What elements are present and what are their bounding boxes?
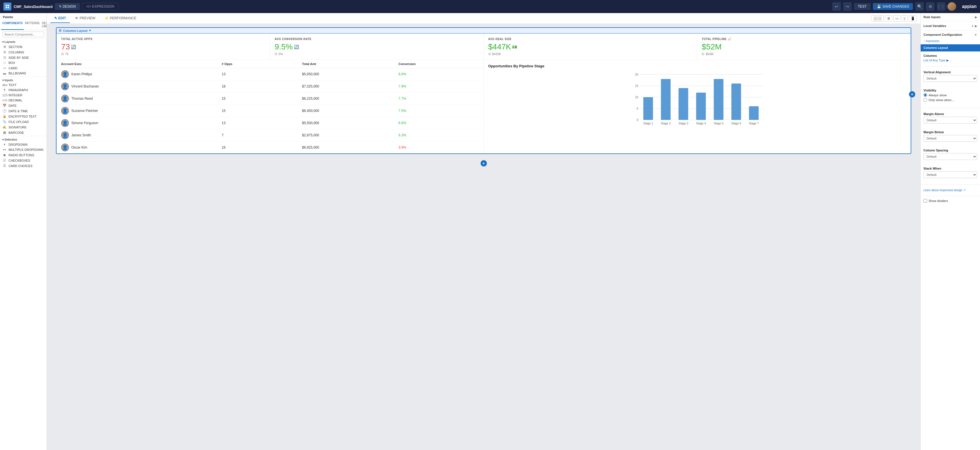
tab-expression[interactable]: </> EXPRESSION [82, 3, 119, 10]
tab-preview[interactable]: 👁 PREVIEW [71, 14, 99, 23]
tab-design-library[interactable]: DESIGN LIBRARY [41, 20, 47, 30]
preview-icon: 👁 [75, 16, 78, 20]
opps-value: 13 [222, 121, 302, 125]
paragraph-icon: ¶ [2, 88, 7, 92]
palette-item-billboard[interactable]: ▬BILLBOARD [0, 71, 46, 76]
prop-stack-when: Stack When Default [921, 164, 980, 183]
svg-text:Stage 5: Stage 5 [714, 122, 724, 125]
palette-item-signature[interactable]: ✍SIGNATURE [0, 124, 46, 130]
component-config-header[interactable]: Component Configuration ▼ [921, 31, 980, 39]
palette-item-encrypted-text[interactable]: 🔒ENCRYPTED TEXT [0, 114, 46, 119]
view-desktop-wide[interactable]: ⬜⬜ [871, 15, 884, 22]
column-spacing-select[interactable]: Default [923, 153, 977, 160]
btn-save-changes[interactable]: 💾 SAVE CHANGES [873, 3, 913, 10]
radio-always-show-input[interactable] [923, 93, 927, 97]
prop-vertical-alignment: Vertical Alignment Default [921, 68, 980, 86]
table-row: 👤 Suzanne Fletcher 15 $6,400,000 7.5% [57, 105, 484, 117]
exec-cell: 👤 Simone Ferguson [61, 119, 222, 127]
palette-item-radio-buttons[interactable]: ◉RADIO BUTTONS [0, 152, 46, 157]
radio-only-show-input[interactable] [923, 98, 927, 102]
save-icon: 💾 [877, 5, 881, 8]
breadcrumb: ↑ expression [921, 39, 980, 45]
add-column-right-btn[interactable]: + [909, 91, 915, 97]
palette-item-barcode[interactable]: ▦BARCODE [0, 130, 46, 135]
palette-item-card-choices[interactable]: ☰CARD CHOICES [0, 163, 46, 169]
tab-edit[interactable]: ✎ EDIT [50, 14, 70, 23]
rule-inputs-section: Rule Inputs ▶ [921, 13, 980, 21]
palette-item-dropdown[interactable]: ▾DROPDOWN [0, 142, 46, 147]
btn-undo[interactable]: ↩ [832, 2, 841, 11]
tab-performance[interactable]: ⚡ PERFORMANCE [100, 14, 140, 23]
canvas-area: ✎ EDIT 👁 PREVIEW ⚡ PERFORMANCE ⬜⬜ 🖥 ▭ ▯ … [47, 13, 920, 450]
conversion-value: 3.9% [399, 145, 479, 149]
btn-search[interactable]: 🔍 [915, 2, 924, 11]
stats-row: TOTAL ACTIVE OPPS 73 🔄 ◎ 75 [57, 33, 911, 60]
content-row: Account Exec # Opps Total Amt Conversion… [57, 60, 911, 153]
palette-tabs: COMPONENTS PATTERNS DESIGN LIBRARY [0, 20, 46, 30]
palette-item-card[interactable]: ▭CARD [0, 65, 46, 71]
info-icon: ℹ [949, 46, 950, 49]
svg-rect-3 [8, 7, 9, 8]
palette-item-paragraph[interactable]: ¶PARAGRAPH [0, 87, 46, 92]
total-value: $6,925,000 [302, 145, 398, 149]
radio-always-show[interactable]: Always show [923, 93, 977, 97]
user-avatar[interactable] [948, 2, 956, 11]
palette-item-columns[interactable]: ⊟COLUMNS [0, 49, 46, 55]
view-desktop[interactable]: 🖥 [885, 15, 892, 22]
prop-columns-link[interactable]: List of Any Type ▶ [923, 59, 977, 62]
palette-item-integer[interactable]: 123INTEGER [0, 92, 46, 98]
component-config-arrow: ▼ [974, 33, 977, 37]
local-variables-section: Local Variables + ▶ [921, 21, 980, 31]
stack-when-select[interactable]: Default [923, 171, 977, 178]
palette-item-date-time[interactable]: 🕐DATE & TIME [0, 108, 46, 114]
total-value: $5,500,000 [302, 121, 398, 125]
show-dividers-checkbox[interactable] [923, 199, 927, 202]
stat-sub-2: ◎ 5% [275, 52, 479, 56]
breadcrumb-link[interactable]: ↑ expression [923, 40, 939, 43]
tab-design[interactable]: ✎ DESIGN [55, 3, 80, 10]
palette-item-decimal[interactable]: 4.56DECIMAL [0, 98, 46, 103]
tab-components[interactable]: COMPONENTS [1, 20, 24, 30]
stat-trend-icon: 📈 [728, 38, 732, 41]
exec-name: Suzanne Fletcher [71, 109, 98, 113]
stat-label-3: AVG DEAL SIZE [488, 38, 692, 41]
palette-item-checkboxes[interactable]: ☑CHECKBOXES [0, 157, 46, 163]
learn-link[interactable]: Learn about responsive design ↗ [923, 189, 977, 192]
barcode-icon: ▦ [2, 131, 7, 134]
stat-value-4: $52M [702, 42, 906, 51]
right-panel: Rule Inputs ▶ Local Variables + ▶ Compon… [920, 13, 980, 450]
add-variable-btn[interactable]: + [972, 24, 974, 28]
show-dividers-checkbox-item[interactable]: Show dividers [921, 198, 980, 204]
view-mobile[interactable]: 📱 [909, 15, 917, 22]
margin-above-select[interactable]: Default [923, 117, 977, 124]
svg-text:5: 5 [636, 107, 638, 110]
view-tablet-landscape[interactable]: ▭ [893, 15, 900, 22]
btn-settings[interactable]: ⚙ [926, 2, 935, 11]
view-mode-icons: ⬜⬜ 🖥 ▭ ▯ 📱 [871, 15, 917, 22]
local-variables-header[interactable]: Local Variables + ▶ [921, 21, 980, 30]
palette-item-text[interactable]: AbcTEXT [0, 83, 46, 87]
billboard-icon: ▬ [2, 72, 7, 75]
radio-only-show[interactable]: Only show when... [923, 98, 977, 102]
palette-item-multi-dropdown[interactable]: ▾▾MULTIPLE DROPDOWN [0, 147, 46, 152]
margin-below-select[interactable]: Default [923, 135, 977, 142]
tab-patterns[interactable]: PATTERNS [24, 20, 41, 30]
palette-item-box[interactable]: □BOX [0, 60, 46, 65]
add-row-below-btn[interactable]: + [480, 160, 487, 167]
view-tablet-portrait[interactable]: ▯ [902, 15, 908, 22]
svg-rect-14 [643, 97, 653, 120]
component-dropdown-icon: ▾ [89, 29, 91, 32]
topbar: CMF_SalesDashboard ✎ DESIGN </> EXPRESSI… [0, 0, 980, 13]
palette-item-date[interactable]: 📅DATE [0, 103, 46, 108]
palette-item-section[interactable]: ⊞SECTION [0, 44, 46, 49]
palette-item-file-upload[interactable]: 📎FILE UPLOAD [0, 119, 46, 124]
edit-expression-icon[interactable]: ✏ [975, 46, 977, 50]
btn-grid[interactable]: ⋮⋮⋮ [937, 2, 945, 11]
btn-test[interactable]: TEST [854, 3, 871, 10]
vertical-alignment-select[interactable]: Default [923, 75, 977, 82]
palette-item-side-by-side[interactable]: ⊡SIDE BY SIDE [0, 55, 46, 60]
rule-inputs-header[interactable]: Rule Inputs ▶ [921, 13, 980, 21]
btn-redo[interactable]: ↪ [843, 2, 852, 11]
search-input[interactable] [2, 32, 44, 37]
opps-value: 15 [222, 97, 302, 100]
